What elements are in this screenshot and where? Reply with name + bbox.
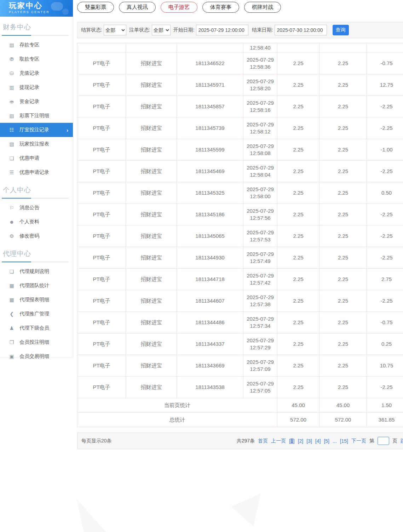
jump-go-link[interactable]: 跳 xyxy=(401,438,403,444)
table-cell: 2.25 xyxy=(319,355,367,377)
table-cell: PT电子 xyxy=(77,333,126,355)
next-page-link[interactable]: 下一页 xyxy=(351,438,366,444)
page-stats-value: 1.50 xyxy=(367,398,403,413)
sidebar-item-deposit[interactable]: ▤存款专区 xyxy=(0,38,73,52)
table-row: PT电子招财进宝18113444862025-07-29 12:57:342.2… xyxy=(77,312,403,333)
table-cell: 0.50 xyxy=(367,182,403,204)
first-page-link[interactable]: 首页 xyxy=(258,438,268,444)
table-cell: 2.25 xyxy=(319,247,367,269)
table-cell: PT电子 xyxy=(77,247,126,269)
sidebar-item-label: 消息公告 xyxy=(19,205,39,211)
table-cell: PT电子 xyxy=(77,182,126,204)
tab-棋牌对战[interactable]: 棋牌对战 xyxy=(244,2,281,13)
sidebar-item-label: 厅室投注记录 xyxy=(19,127,49,133)
tab-真人视讯[interactable]: 真人视讯 xyxy=(119,2,156,13)
table-row: PT电子招财进宝18113465222025-07-29 12:58:362.2… xyxy=(77,53,403,74)
table-cell: 2.25 xyxy=(277,225,319,247)
page-jump-input[interactable] xyxy=(378,437,389,445)
filter-bar: 结算状态: 全部 注单状态: 全部 开始日期: 结束日期: 查询 xyxy=(77,22,403,38)
table-cell: 2025-07-29 12:58:20 xyxy=(243,74,277,96)
page-number-link[interactable]: [2] xyxy=(298,438,304,444)
sidebar-item-label: 代理规则说明 xyxy=(19,268,49,275)
bell-icon: ⚐ xyxy=(8,205,15,211)
table-row: PT电子招财进宝18113458572025-07-29 12:58:162.2… xyxy=(77,96,403,118)
bet-time-cell: 12:58:40 xyxy=(243,43,277,53)
recharge-record-icon: ⛁ xyxy=(8,70,15,76)
tab-体育赛事[interactable]: 体育赛事 xyxy=(202,2,239,13)
start-date-input[interactable] xyxy=(196,25,248,35)
table-cell xyxy=(277,43,319,53)
table-cell: 2.25 xyxy=(277,355,319,377)
sidebar-item-withdraw[interactable]: ⛃取款专区 xyxy=(0,52,73,66)
table-cell: 2025-07-29 12:58:04 xyxy=(243,161,277,182)
order-status-select[interactable]: 全部 xyxy=(152,25,171,35)
tab-电子游艺[interactable]: 电子游艺 xyxy=(161,2,197,13)
sidebar-item-funds-record[interactable]: ⛂资金记录 xyxy=(0,95,73,109)
sidebar-item-agent-members[interactable]: ♟代理下级会员 xyxy=(0,321,73,335)
gear-icon: ⚙ xyxy=(8,233,15,239)
table-cell: PT电子 xyxy=(77,96,126,118)
table-cell: 2.25 xyxy=(277,118,319,139)
prev-page-link[interactable]: 上一页 xyxy=(271,438,286,444)
table-cell: 1811345739 xyxy=(177,118,243,139)
table-cell: PT电子 xyxy=(77,53,126,74)
sidebar-item-gear[interactable]: ⚙修改密码 xyxy=(0,229,73,243)
table-cell: 2.25 xyxy=(277,269,319,290)
search-button[interactable]: 查询 xyxy=(333,25,349,35)
sidebar-item-member-transaction-detail[interactable]: ▣会员交易明细 xyxy=(0,349,73,364)
page-number-link[interactable]: [5] xyxy=(324,438,329,444)
total-stats-row: 总统计572.00572.00361.85 xyxy=(77,413,403,427)
sidebar-item-member-bet-detail[interactable]: ❒会员投注明细 xyxy=(0,335,73,349)
sidebar-item-label: 彩票下注明细 xyxy=(19,113,49,119)
table-cell: 1811344718 xyxy=(177,269,243,290)
table-row-partial: 12:58:40 xyxy=(77,43,403,53)
sidebar-item-hall-bet-record[interactable]: ☷厅室投注记录› xyxy=(0,123,73,137)
table-cell: 2025-07-29 12:57:56 xyxy=(243,204,277,225)
sidebar-item-label: 提现记录 xyxy=(19,84,39,91)
page-number-link[interactable]: [1] xyxy=(289,438,295,444)
table-cell: 2.25 xyxy=(277,182,319,204)
sidebar-item-promo-apply[interactable]: ❑优惠申请 xyxy=(0,151,73,165)
agent-rules-icon: ❏ xyxy=(8,269,15,274)
sidebar-item-agent-team-stats[interactable]: ▦代理团队统计 xyxy=(0,279,73,293)
table-cell: 2.25 xyxy=(277,247,319,269)
agent-report-detail-icon: ▦ xyxy=(8,297,15,303)
table-cell: 招财进宝 xyxy=(126,139,177,161)
table-cell: 2.25 xyxy=(277,312,319,333)
last-page-number-link[interactable]: [15] xyxy=(340,438,348,444)
sidebar-item-player-bet-report[interactable]: ▧玩家投注报表 xyxy=(0,137,73,151)
table-cell: 招财进宝 xyxy=(126,118,177,139)
total-stats-label: 总统计 xyxy=(77,413,277,427)
end-date-input[interactable] xyxy=(275,25,327,35)
pagination-links: 共297条首页上一页[1][2][3][4][5]...[15]下一页第页跳 xyxy=(237,437,403,445)
table-cell: 2025-07-29 12:58:08 xyxy=(243,139,277,161)
sidebar-item-profile[interactable]: ☻个人资料 xyxy=(0,215,73,229)
sidebar-item-bell[interactable]: ⚐消息公告 xyxy=(0,201,73,215)
sidebar-item-label: 会员交易明细 xyxy=(19,353,49,360)
withdrawal-record-icon: ▥ xyxy=(8,85,15,90)
table-row: PT电子招财进宝18113457392025-07-29 12:58:122.2… xyxy=(77,118,403,139)
page-number-link[interactable]: [3] xyxy=(306,438,312,444)
table-cell: 2.25 xyxy=(319,269,367,290)
sidebar-item-lottery-bet-detail[interactable]: ▤彩票下注明细 xyxy=(0,109,73,123)
table-cell: 1811343669 xyxy=(177,355,243,377)
table-cell: -0.75 xyxy=(367,312,403,333)
sidebar-item-recharge-record[interactable]: ⛁充值记录 xyxy=(0,66,73,80)
table-cell: 2.25 xyxy=(277,204,319,225)
table-cell: 1811345857 xyxy=(177,96,243,118)
sidebar-item-label: 资金记录 xyxy=(19,98,39,105)
sidebar-item-agent-rules[interactable]: ❏代理规则说明 xyxy=(0,264,73,279)
tab-雙赢彩票[interactable]: 雙赢彩票 xyxy=(77,2,114,13)
sidebar-item-withdrawal-record[interactable]: ▥提现记录 xyxy=(0,80,73,95)
section-underline xyxy=(2,262,69,262)
page-stats-value: 45.00 xyxy=(277,398,319,413)
table-cell: 1811344486 xyxy=(177,312,243,333)
sidebar-item-agent-share[interactable]: ❮代理推广管理 xyxy=(0,307,73,321)
agent-team-stats-icon: ▦ xyxy=(8,283,15,288)
page-number-link[interactable]: [4] xyxy=(315,438,321,444)
sidebar-item-agent-report-detail[interactable]: ▦代理报表明细 xyxy=(0,293,73,307)
sidebar-item-promo-apply-record[interactable]: ☰优惠申请记录 xyxy=(0,165,73,179)
gamepad-decoration-icon xyxy=(45,1,69,16)
table-cell: 2025-07-29 12:58:36 xyxy=(243,53,277,74)
settle-status-select[interactable]: 全部 xyxy=(104,25,126,35)
